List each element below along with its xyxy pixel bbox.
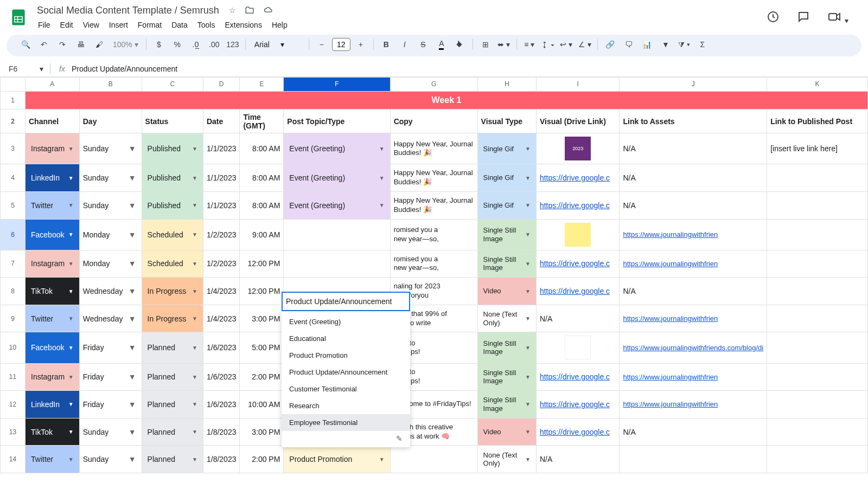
published-cell[interactable] <box>767 192 868 220</box>
channel-cell[interactable]: Facebook▼ <box>25 219 80 250</box>
visual-type-cell[interactable]: Single Gif▼ <box>477 192 536 220</box>
zoom-select[interactable]: 100% ▾ <box>110 39 142 50</box>
edit-dropdown-icon[interactable]: ✎ <box>282 431 410 445</box>
row-14[interactable]: 14 <box>1 446 25 473</box>
topic-cell[interactable] <box>284 219 390 250</box>
menu-data[interactable]: Data <box>167 18 192 31</box>
visual-type-cell[interactable]: None (Text Only)▼ <box>477 446 536 473</box>
assets-cell[interactable]: N/A <box>620 164 767 192</box>
search-menus-icon[interactable]: 🔍 <box>17 36 34 53</box>
time-cell[interactable]: 3:00 PM <box>240 305 284 332</box>
day-cell[interactable]: Wednesday▼ <box>79 305 142 332</box>
visual-type-cell[interactable]: Single Gif▼ <box>477 133 536 164</box>
copy-cell[interactable]: Happy New Year, Journal Buddies! 🎉 <box>390 133 477 164</box>
row-5[interactable]: 5 <box>1 192 25 220</box>
dropdown-option[interactable]: Employee Testimonial <box>282 414 410 431</box>
status-cell[interactable]: Planned▼ <box>142 363 203 391</box>
visual-type-cell[interactable]: Video▼ <box>477 418 536 446</box>
channel-cell[interactable]: TikTok▼ <box>25 278 80 305</box>
assets-cell[interactable]: https://www.journalingwithfrien <box>620 391 767 418</box>
hdr-pub[interactable]: Link to Published Post <box>767 110 868 133</box>
channel-cell[interactable]: Instagram▼ <box>25 363 80 391</box>
visual-link-cell[interactable]: https://drive.google.c <box>536 192 620 220</box>
row-8[interactable]: 8 <box>1 278 25 305</box>
visual-link-cell[interactable] <box>536 219 620 250</box>
day-cell[interactable]: Sunday▼ <box>79 418 142 446</box>
channel-cell[interactable]: Twitter▼ <box>25 305 80 332</box>
v-align-icon[interactable]: ⭥ ▾ <box>540 36 556 53</box>
col-K[interactable]: K <box>767 78 868 92</box>
status-cell[interactable]: Scheduled▼ <box>142 250 203 278</box>
date-cell[interactable]: 1/1/2023 <box>203 192 240 220</box>
status-cell[interactable]: Published▼ <box>142 192 203 220</box>
col-A[interactable]: A <box>25 78 80 92</box>
week-header[interactable]: Week 1 <box>25 91 868 109</box>
status-cell[interactable]: Planned▼ <box>142 446 203 473</box>
published-cell[interactable] <box>767 219 868 250</box>
date-cell[interactable]: 1/6/2023 <box>203 332 240 363</box>
published-cell[interactable] <box>767 418 868 446</box>
assets-cell[interactable]: N/A <box>620 278 767 305</box>
assets-cell[interactable]: N/A <box>620 133 767 164</box>
hdr-vtype[interactable]: Visual Type <box>477 110 536 133</box>
channel-cell[interactable]: Instagram▼ <box>25 133 80 164</box>
time-cell[interactable]: 12:00 PM <box>240 278 284 305</box>
paint-format-icon[interactable]: 🖌 <box>91 36 107 53</box>
time-cell[interactable]: 8:00 AM <box>240 133 284 164</box>
menu-format[interactable]: Format <box>133 18 166 31</box>
status-cell[interactable]: Published▼ <box>142 133 203 164</box>
font-size-input[interactable] <box>332 38 350 51</box>
col-E[interactable]: E <box>240 78 284 92</box>
hdr-topic[interactable]: Post Topic/Type <box>284 110 390 133</box>
dropdown-option[interactable]: Research <box>282 397 410 414</box>
time-cell[interactable]: 12:00 PM <box>240 250 284 278</box>
filter-icon[interactable]: ▼ <box>658 36 674 53</box>
visual-type-cell[interactable]: None (Text Only)▼ <box>477 305 536 332</box>
visual-type-cell[interactable]: Single Still Image▼ <box>477 219 536 250</box>
cloud-icon[interactable] <box>261 3 276 17</box>
day-cell[interactable]: Monday▼ <box>79 250 142 278</box>
channel-cell[interactable]: LinkedIn▼ <box>25 164 80 192</box>
row-3[interactable]: 3 <box>1 133 25 164</box>
visual-type-cell[interactable]: Single Gif▼ <box>477 164 536 192</box>
date-cell[interactable]: 1/6/2023 <box>203 391 240 418</box>
copy-cell[interactable]: Happy New Year, Journal Buddies! 🎉 <box>390 192 477 220</box>
time-cell[interactable]: 8:00 AM <box>240 192 284 220</box>
menu-edit[interactable]: Edit <box>56 18 78 31</box>
published-cell[interactable] <box>767 391 868 418</box>
decrease-font-icon[interactable]: − <box>314 36 330 53</box>
hdr-time[interactable]: Time (GMT) <box>240 110 284 133</box>
col-G[interactable]: G <box>390 78 477 92</box>
visual-link-cell[interactable]: 2023 <box>536 133 620 164</box>
row-12[interactable]: 12 <box>1 391 25 418</box>
status-cell[interactable]: In Progress▼ <box>142 278 203 305</box>
time-cell[interactable]: 2:00 PM <box>240 363 284 391</box>
row-7[interactable]: 7 <box>1 250 25 278</box>
assets-cell[interactable] <box>620 446 767 473</box>
day-cell[interactable]: Friday▼ <box>79 391 142 418</box>
col-I[interactable]: I <box>536 78 620 92</box>
hdr-date[interactable]: Date <box>203 110 240 133</box>
date-cell[interactable]: 1/2/2023 <box>203 250 240 278</box>
channel-cell[interactable]: Twitter▼ <box>25 446 80 473</box>
rotate-icon[interactable]: ∠ ▾ <box>577 36 593 53</box>
select-all-corner[interactable] <box>1 78 25 92</box>
hdr-assets[interactable]: Link to Assets <box>620 110 767 133</box>
visual-type-cell[interactable]: Single Still Image▼ <box>477 391 536 418</box>
dropdown-option[interactable]: Product Update/Announcement <box>282 364 410 381</box>
time-cell[interactable]: 3:00 PM <box>240 418 284 446</box>
date-cell[interactable]: 1/8/2023 <box>203 446 240 473</box>
increase-font-icon[interactable]: + <box>353 36 369 53</box>
assets-cell[interactable]: N/A <box>620 418 767 446</box>
day-cell[interactable]: Monday▼ <box>79 219 142 250</box>
published-cell[interactable] <box>767 250 868 278</box>
col-F[interactable]: F <box>284 78 390 92</box>
published-cell[interactable] <box>767 446 868 473</box>
visual-link-cell[interactable]: https://drive.google.c <box>536 418 620 446</box>
dropdown-option[interactable]: Event (Greeting) <box>282 313 410 330</box>
row-10[interactable]: 10 <box>1 332 25 363</box>
italic-icon[interactable]: I <box>397 36 413 53</box>
visual-type-cell[interactable]: Single Still Image▼ <box>477 363 536 391</box>
col-C[interactable]: C <box>142 78 203 92</box>
published-cell[interactable] <box>767 278 868 305</box>
